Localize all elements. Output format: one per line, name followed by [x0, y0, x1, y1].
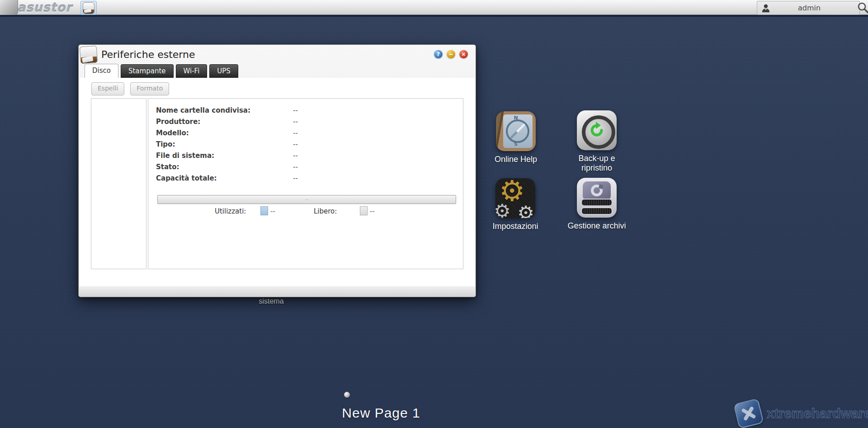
- window-title: Periferiche esterne: [101, 49, 195, 60]
- field-row: Produttore: --: [148, 116, 463, 128]
- desktop-icon-storage-manager[interactable]: Gestione archivi: [561, 178, 633, 231]
- field-label: File di sistema:: [156, 150, 214, 162]
- taskbar-item-external-devices[interactable]: [80, 1, 97, 15]
- desktop-icon-label: Gestione archivi: [561, 221, 633, 231]
- window-controls: ? − ×: [434, 50, 468, 58]
- window-titlebar[interactable]: Periferiche esterne ? − ×: [79, 45, 476, 64]
- legend-free-label: Libero:: [314, 207, 337, 215]
- username-label: admin: [771, 4, 859, 12]
- desktop-icon-settings[interactable]: ⚙ ⚙ ⚙ Impostazioni: [479, 178, 552, 231]
- user-icon: [761, 3, 771, 13]
- field-value: --: [293, 116, 298, 128]
- tab-wifi[interactable]: Wi-Fi: [176, 64, 208, 78]
- toolbar: Espelli Formato: [91, 82, 169, 95]
- help-button[interactable]: ?: [434, 50, 443, 58]
- desktop-icon-backup[interactable]: Back-up e ripristino: [561, 110, 633, 173]
- topbar-separator: [0, 15, 868, 17]
- field-row: Nome cartella condivisa: --: [148, 105, 463, 116]
- desktop: asustor admin Perifer: [0, 0, 868, 428]
- online-help-icon: N S: [496, 111, 536, 151]
- minimize-button[interactable]: −: [447, 50, 455, 58]
- minimize-icon: −: [448, 52, 453, 57]
- corner-button-partial: [0, 0, 18, 15]
- xtremehardware-logo-icon: [733, 398, 764, 428]
- external-drive-icon: [80, 46, 98, 64]
- device-list-panel[interactable]: [91, 98, 146, 269]
- field-value: --: [293, 162, 298, 173]
- legend-used-label: Utilizzati:: [215, 207, 246, 215]
- legend-free-swatch: [360, 206, 368, 215]
- tab-disco[interactable]: Disco: [85, 64, 118, 78]
- field-row: Stato: --: [148, 162, 463, 173]
- detail-fields: Nome cartella condivisa: -- Produttore: …: [148, 105, 463, 184]
- field-value: --: [293, 105, 298, 116]
- desktop-icon-label: Online Help: [480, 155, 552, 164]
- watermark-text: xtremehardware.it: [767, 406, 868, 421]
- drive-slot: [581, 199, 613, 206]
- field-value: --: [293, 150, 298, 162]
- circular-arrow-icon: [588, 121, 606, 139]
- field-row: Tipo: --: [148, 139, 463, 150]
- legend-used-value: --: [270, 207, 275, 215]
- external-devices-window: Periferiche esterne ? − × Disco Stampant…: [78, 44, 476, 297]
- field-label: Nome cartella condivisa:: [156, 105, 250, 116]
- watermark: xtremehardware.it: [736, 401, 868, 426]
- search-icon: [857, 1, 868, 14]
- field-label: Modello:: [156, 128, 189, 139]
- eject-button[interactable]: Espelli: [91, 82, 124, 95]
- page-indicator-dot[interactable]: [344, 392, 350, 398]
- question-icon: ?: [437, 52, 440, 57]
- field-value: --: [293, 139, 298, 150]
- field-value: --: [293, 128, 298, 139]
- field-label: Stato:: [156, 162, 179, 173]
- hidden-desktop-icon-label: sistema: [252, 297, 290, 305]
- field-label: Capacità totale:: [156, 173, 217, 184]
- field-row: Capacità totale: --: [148, 173, 463, 184]
- capacity-progress-bar: --: [157, 195, 456, 204]
- silver-gear-icon: ⚙: [517, 204, 534, 218]
- field-label: Tipo:: [156, 139, 175, 150]
- tab-stampante[interactable]: Stampante: [121, 64, 174, 78]
- usage-legend: Utilizzati: -- Libero: --: [148, 206, 463, 216]
- drive-slot: [581, 207, 613, 215]
- close-icon: ×: [461, 52, 466, 57]
- backup-restore-icon: [577, 110, 617, 150]
- search-button[interactable]: [857, 1, 868, 14]
- field-value: --: [293, 173, 298, 184]
- desktop-icon-online-help[interactable]: N S Online Help: [480, 111, 552, 164]
- field-row: File di sistema: --: [148, 150, 463, 162]
- window-footer: [79, 286, 475, 296]
- legend-free-value: --: [370, 207, 375, 215]
- close-button[interactable]: ×: [459, 50, 468, 58]
- user-menu[interactable]: admin: [757, 1, 860, 15]
- desktop-icon-label: Impostazioni: [479, 222, 552, 231]
- storage-manager-icon: [577, 178, 617, 218]
- field-label: Produttore:: [156, 116, 200, 128]
- window-body: Espelli Formato Nome cartella condivisa:…: [79, 78, 475, 286]
- field-row: Modello: --: [148, 128, 463, 139]
- tab-bar: Disco Stampante Wi-Fi UPS: [85, 64, 238, 78]
- compass-s-label: S: [496, 141, 536, 147]
- silver-gear-icon: ⚙: [495, 202, 511, 218]
- external-drive-icon: [83, 2, 94, 14]
- legend-used-swatch: [260, 206, 268, 215]
- asustor-logo: asustor: [17, 0, 72, 14]
- device-detail-panel: Nome cartella condivisa: -- Produttore: …: [148, 98, 463, 269]
- tab-ups[interactable]: UPS: [209, 64, 238, 78]
- top-bar: asustor admin: [0, 0, 868, 15]
- wrench-icon: [589, 183, 604, 199]
- desktop-icon-label: Back-up e ripristino: [569, 154, 625, 173]
- desktop-page-title: New Page 1: [342, 405, 420, 421]
- settings-icon: ⚙ ⚙ ⚙: [495, 178, 535, 218]
- format-button[interactable]: Formato: [130, 82, 169, 95]
- compass-n-label: N: [496, 115, 536, 121]
